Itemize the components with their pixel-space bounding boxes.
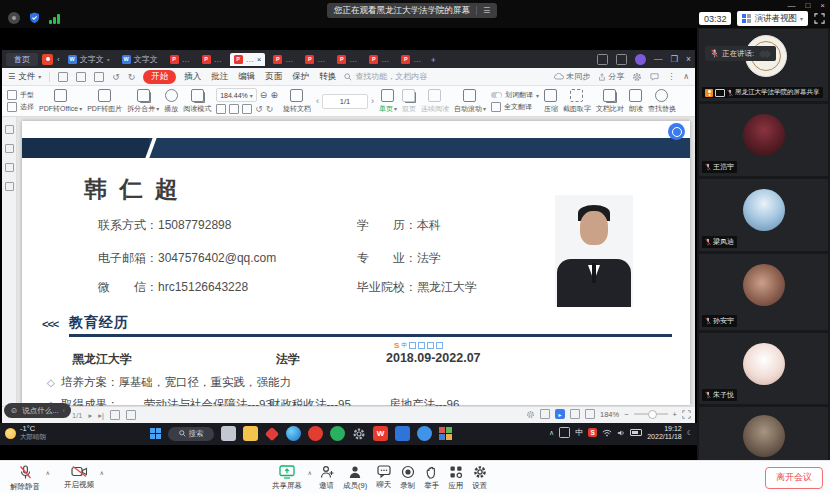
full-translate-button[interactable]: 全文翻译 [491, 102, 532, 112]
edge-browser-icon[interactable] [286, 426, 301, 441]
tab-close-icon[interactable]: × [257, 55, 262, 64]
wifi-icon[interactable] [602, 429, 612, 437]
tab-word-2[interactable]: W文字文 [118, 52, 162, 67]
word-translate-toggle[interactable]: 划词翻译▾ [491, 90, 539, 100]
ribbon-tab-protect[interactable]: 保护 [292, 71, 309, 83]
ribbon-tab-convert[interactable]: 转换 [319, 71, 336, 83]
next-page-icon[interactable]: › [371, 96, 374, 106]
taskbar-search[interactable]: 搜索 [168, 427, 214, 441]
open-icon[interactable] [58, 72, 68, 82]
comment-panel-icon[interactable] [5, 163, 14, 172]
comment-bubble-icon[interactable] [650, 73, 659, 81]
zoom-minus-icon[interactable]: − [624, 410, 628, 419]
chevron-up-icon[interactable]: ∧ [308, 469, 312, 476]
fit-width-icon[interactable] [216, 104, 226, 114]
pdf-to-office-button[interactable]: PDF转Office▾ [39, 89, 82, 114]
invite-button[interactable]: 邀请 [319, 465, 334, 491]
new-tab-button[interactable]: ＋ [429, 54, 437, 65]
fit-visible-icon[interactable] [242, 104, 252, 114]
start-video-button[interactable]: 开启视频 ∧ [64, 465, 94, 492]
taskbar-clock[interactable]: 19:12 2022/11/18 [647, 425, 682, 440]
tab-pdf-2[interactable]: P… [198, 53, 226, 66]
fullscreen-icon[interactable] [682, 410, 691, 419]
chevron-up-icon[interactable]: ∧ [100, 469, 104, 476]
tray-expand-icon[interactable]: ∧ [549, 429, 554, 437]
speaker-icon[interactable] [617, 429, 625, 437]
view-layout-icon[interactable] [126, 410, 136, 420]
raise-hand-button[interactable]: 举手 [424, 465, 439, 491]
tray-image-icon[interactable] [559, 427, 570, 438]
assistant-input-pill[interactable]: ☺ 说点什么... ‹ [4, 403, 71, 418]
bookmark-icon[interactable] [5, 125, 14, 134]
settings-button[interactable]: 设置 [472, 465, 487, 491]
battery-icon[interactable] [630, 429, 642, 436]
hand-tool[interactable]: 手型 [7, 90, 34, 100]
ribbon-tab-insert[interactable]: 插入 [184, 71, 201, 83]
documents-app-icon[interactable] [221, 426, 236, 441]
blue-circle-app-icon[interactable] [417, 426, 432, 441]
collapse-left-icon[interactable]: ‹ [62, 406, 65, 415]
pdf-to-image-button[interactable]: PDF转图片 [87, 89, 122, 114]
fit-width-icon[interactable] [570, 409, 580, 419]
wps-close-button[interactable]: × [686, 54, 691, 64]
docer-icon[interactable] [42, 54, 53, 65]
play-mode-icon[interactable]: ▸ [555, 409, 565, 419]
participant-tile[interactable] [699, 407, 828, 460]
zoom-out-icon[interactable]: ⊖ [260, 90, 268, 100]
participant-tile[interactable]: 孙安宇 [699, 254, 828, 330]
rotate-left-icon[interactable]: ↺ [255, 104, 263, 114]
collapse-ribbon-icon[interactable]: ∧ [683, 72, 689, 81]
sogou-ime-toolbar[interactable]: S 中 [394, 341, 443, 350]
rotate-right-icon[interactable]: ↻ [266, 104, 274, 114]
share-screen-button[interactable]: 共享屏幕 ∧ [272, 465, 302, 491]
sogou-ime-icon[interactable]: S [588, 428, 597, 437]
tab-word-1[interactable]: W文字文▾ [64, 52, 114, 67]
ribbon-tab-start[interactable]: 开始 [143, 70, 176, 84]
file-explorer-icon[interactable] [243, 426, 258, 441]
banner-menu-icon[interactable]: ☰ [483, 6, 490, 15]
wps-restore-button[interactable]: ❐ [670, 54, 678, 64]
split-merge-button[interactable]: 拆分合并▾ [127, 89, 159, 114]
zoom-slider[interactable] [634, 413, 668, 415]
zoom-in-icon[interactable]: ⊕ [270, 90, 278, 100]
photos-app-icon[interactable] [439, 427, 452, 440]
members-button[interactable]: 成员(9) [343, 465, 367, 491]
single-page-button[interactable]: 单页▾ [379, 89, 397, 114]
tab-pdf-4[interactable]: P… [301, 53, 329, 66]
find-replace-button[interactable]: 查找替换 [648, 89, 676, 114]
select-tool[interactable]: 选择 [7, 102, 34, 112]
ribbon-tab-page[interactable]: 页面 [265, 71, 282, 83]
participant-tile[interactable]: 朱子悦 [699, 333, 828, 404]
tab-scroll-left[interactable]: ‹ [57, 55, 60, 64]
start-button[interactable] [150, 428, 161, 439]
ribbon-search[interactable]: 查找功能，文档内容 [344, 71, 427, 82]
double-page-button[interactable]: 双页 [402, 89, 416, 114]
undo-icon[interactable]: ↺ [112, 72, 120, 82]
more-icon[interactable]: ⋮ [667, 72, 675, 81]
next-page-icon[interactable]: ▸ [88, 411, 92, 420]
redo-icon[interactable]: ↻ [128, 72, 136, 82]
zoom-level-select[interactable]: 184.44%▾ [216, 88, 257, 102]
ime-language-indicator[interactable]: 中 [575, 427, 583, 438]
gear-icon[interactable] [526, 410, 535, 419]
music-app-icon[interactable] [308, 426, 323, 441]
doc-compare-button[interactable]: 文档比对 [596, 89, 624, 114]
notification-moon-icon[interactable]: ☾ [687, 429, 693, 437]
weather-widget[interactable]: -1°C 大部晴朗 [5, 425, 46, 441]
participant-tile[interactable]: 梁凤迪 [699, 179, 828, 251]
leave-meeting-button[interactable]: 离开会议 [765, 467, 823, 489]
tab-list-icon[interactable] [597, 54, 608, 65]
unmute-button[interactable]: 解除静音 ∧ [10, 465, 40, 492]
read-mode-button[interactable]: 阅读模式 [183, 89, 211, 114]
security-shield-icon[interactable] [29, 12, 40, 24]
account-avatar[interactable] [635, 54, 646, 65]
settings-gear-icon[interactable] [352, 427, 366, 441]
tab-pdf-3[interactable]: P… [269, 53, 297, 66]
ribbon-tab-edit[interactable]: 编辑 [238, 71, 255, 83]
page-number-field[interactable]: 1/1 [322, 94, 368, 109]
record-status-icon[interactable] [8, 12, 20, 24]
auto-scroll-button[interactable]: 自动滚动▾ [454, 89, 486, 114]
floating-assistant-button[interactable] [668, 123, 685, 140]
tab-pdf-1[interactable]: P… [166, 53, 194, 66]
fit-page-icon[interactable] [585, 409, 595, 419]
